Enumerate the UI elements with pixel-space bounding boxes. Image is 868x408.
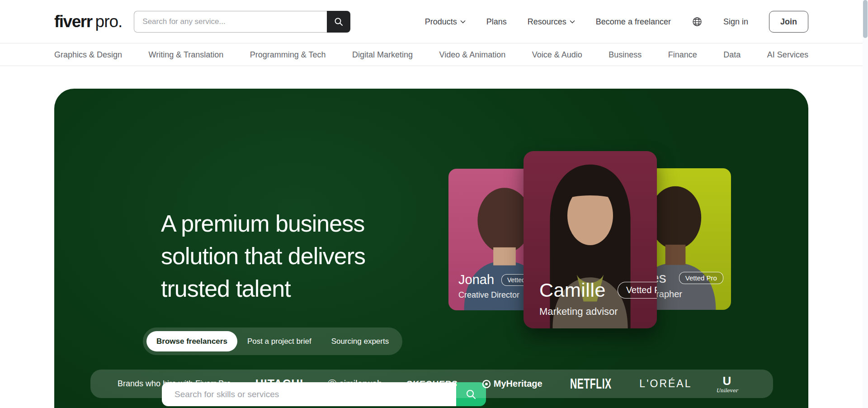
nav-plans[interactable]: Plans	[486, 17, 507, 27]
freelancer-card-camille[interactable]: Camille Vetted Pro Marketing advisor	[524, 151, 657, 328]
myheritage-mark-icon	[482, 380, 491, 389]
fiverr-pro-logo[interactable]: fiverr pro.	[54, 12, 122, 31]
category-graphics-design[interactable]: Graphics & Design	[54, 50, 122, 60]
nav-products[interactable]: Products	[425, 17, 466, 27]
unilever-monogram-icon: U	[723, 375, 731, 387]
hero-heading: A premium business solution that deliver…	[161, 207, 365, 305]
browser-scrollbar[interactable]	[863, 0, 868, 408]
category-finance[interactable]: Finance	[668, 50, 697, 60]
brands-label: Brands who hire with Fiverr Pro	[118, 379, 231, 389]
netflix-logo: NETFLIX	[570, 375, 612, 392]
chevron-down-icon	[460, 20, 466, 24]
category-writing-translation[interactable]: Writing & Translation	[149, 50, 224, 60]
tab-sourcing-experts[interactable]: Sourcing experts	[321, 337, 399, 346]
hero-heading-line: solution that delivers	[161, 240, 365, 272]
freelancer-role-partial: grapher	[651, 289, 723, 299]
header-nav: Products Plans Resources Become a freela…	[425, 11, 808, 33]
logo-pro-text: pro.	[95, 12, 123, 31]
similarweb-logo: Ⓢ similarweb	[328, 378, 382, 390]
nav-become-a-freelancer[interactable]: Become a freelancer	[596, 17, 671, 27]
category-nav: Graphics & Design Writing & Translation …	[0, 43, 868, 66]
loreal-logo: L'ORÉAL	[639, 378, 692, 390]
skechers-logo: SKECHERS	[406, 379, 458, 389]
category-digital-marketing[interactable]: Digital Marketing	[352, 50, 413, 60]
brands-strip: Brands who hire with Fiverr Pro HITACHI …	[90, 370, 773, 398]
scrollbar-thumb[interactable]	[863, 0, 868, 38]
category-video-animation[interactable]: Video & Animation	[439, 50, 506, 60]
search-icon	[334, 17, 343, 26]
site-header: fiverr pro. Products Plans Resourc	[0, 0, 868, 43]
hero-heading-line: A premium business	[161, 207, 365, 240]
nav-resources[interactable]: Resources	[528, 17, 575, 27]
header-search	[134, 11, 350, 33]
header-search-button[interactable]	[327, 11, 350, 33]
category-business[interactable]: Business	[609, 50, 642, 60]
category-voice-audio[interactable]: Voice & Audio	[532, 50, 582, 60]
category-programming-tech[interactable]: Programming & Tech	[250, 50, 326, 60]
nav-sign-in[interactable]: Sign in	[723, 17, 748, 27]
join-button[interactable]: Join	[769, 11, 808, 33]
chevron-down-icon	[570, 20, 575, 24]
header-search-input[interactable]	[134, 11, 327, 33]
language-globe-icon[interactable]	[692, 16, 703, 27]
hero-tab-group: Browse freelancers Post a project brief …	[143, 327, 402, 355]
tab-browse-freelancers[interactable]: Browse freelancers	[146, 331, 237, 351]
category-ai-services[interactable]: AI Services	[767, 50, 808, 60]
category-data[interactable]: Data	[723, 50, 741, 60]
hero-banner: A premium business solution that deliver…	[54, 89, 808, 408]
unilever-logo: U Unilever	[716, 375, 738, 393]
freelancer-role: Marketing advisor	[539, 306, 657, 318]
tab-post-a-project-brief[interactable]: Post a project brief	[237, 337, 321, 346]
vetted-pro-badge: Vetted Pro	[618, 282, 657, 299]
similarweb-mark-icon: Ⓢ	[328, 378, 337, 390]
logo-fiverr-text: fiverr	[54, 12, 92, 31]
hero-heading-line: trusted talent	[161, 272, 365, 305]
freelancer-name: Jonah	[458, 272, 494, 287]
myheritage-logo: MyHeritage	[482, 379, 542, 389]
vetted-pro-badge: Vetted Pro	[679, 272, 723, 284]
freelancer-name: Camille	[539, 279, 606, 301]
hitachi-logo: HITACHI	[255, 377, 304, 390]
